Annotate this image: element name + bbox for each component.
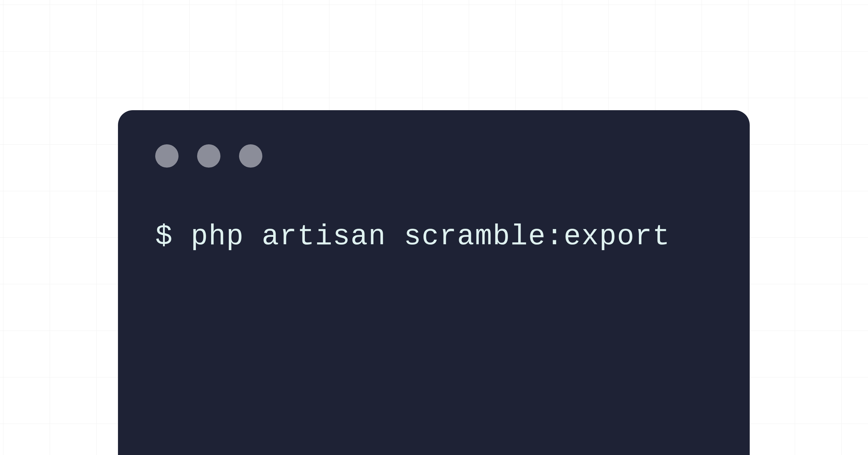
terminal-content: $ php artisan scramble:export — [155, 220, 712, 253]
minimize-button-icon[interactable] — [197, 144, 220, 168]
terminal-window: $ php artisan scramble:export — [118, 110, 750, 455]
terminal-prompt: $ — [155, 220, 191, 253]
terminal-command: php artisan scramble:export — [191, 220, 670, 253]
maximize-button-icon[interactable] — [239, 144, 262, 168]
window-controls — [155, 144, 712, 168]
close-button-icon[interactable] — [155, 144, 179, 168]
